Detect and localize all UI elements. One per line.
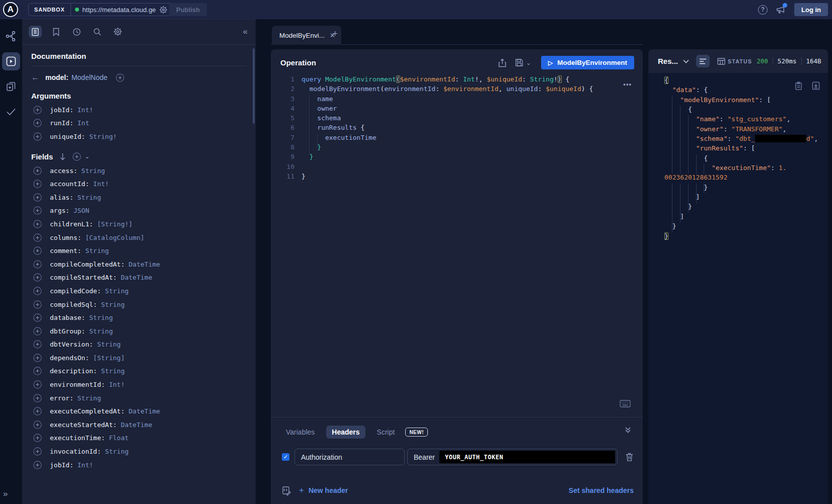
save-options-chevron-icon[interactable]: ⌄ bbox=[526, 59, 531, 66]
add-to-query-icon[interactable] bbox=[33, 246, 42, 255]
field-type-link[interactable]: JSON bbox=[69, 207, 89, 214]
field-type-link[interactable]: String bbox=[85, 314, 113, 321]
field-type-link[interactable]: String bbox=[85, 327, 113, 335]
field-type-link[interactable]: String bbox=[97, 367, 125, 375]
doc-argument-row[interactable]: jobId: Int! bbox=[31, 103, 247, 117]
field-type-link[interactable]: String bbox=[93, 341, 121, 348]
field-type-link[interactable]: Int! bbox=[89, 180, 109, 188]
doc-field-row[interactable]: database: String bbox=[31, 311, 247, 324]
search-icon[interactable] bbox=[91, 26, 104, 38]
field-type-link[interactable]: Float bbox=[105, 434, 129, 442]
raw-view-toggle-icon[interactable] bbox=[696, 55, 710, 67]
add-to-query-icon[interactable] bbox=[33, 407, 42, 415]
doc-field-row[interactable]: dbtVersion: String bbox=[31, 338, 247, 352]
endpoint-settings-gear-icon[interactable] bbox=[159, 6, 168, 14]
doc-field-row[interactable]: childrenL1: [String!] bbox=[31, 217, 247, 231]
doc-field-row[interactable]: executionTime: Float bbox=[31, 432, 247, 445]
add-to-query-icon[interactable] bbox=[33, 447, 42, 456]
keyboard-shortcuts-icon[interactable] bbox=[620, 400, 631, 407]
field-name[interactable]: error: bbox=[50, 394, 73, 402]
field-name[interactable]: comment: bbox=[50, 247, 82, 255]
add-to-query-icon[interactable] bbox=[33, 132, 42, 141]
schema-graph-icon[interactable] bbox=[2, 27, 20, 45]
code-line[interactable]: 6 runResults { bbox=[271, 124, 643, 133]
login-button[interactable]: Log in bbox=[794, 3, 828, 16]
field-name[interactable]: jobId: bbox=[50, 106, 73, 114]
add-to-query-icon[interactable] bbox=[33, 260, 42, 269]
field-name[interactable]: invocationId: bbox=[50, 448, 101, 455]
field-type-link[interactable]: String bbox=[78, 167, 105, 175]
add-fields-chevron-icon[interactable]: ⌄ bbox=[85, 153, 90, 160]
collapse-section-icon[interactable] bbox=[624, 427, 632, 434]
share-operation-icon[interactable] bbox=[498, 58, 506, 67]
field-type-link[interactable]: [String] bbox=[89, 354, 124, 362]
tab-variables[interactable]: Variables bbox=[280, 426, 320, 439]
field-type-link[interactable]: String! bbox=[85, 133, 117, 140]
add-to-query-icon[interactable] bbox=[33, 421, 42, 429]
field-name[interactable]: jobId: bbox=[50, 461, 73, 469]
field-type-link[interactable]: String bbox=[73, 394, 101, 402]
field-name[interactable]: dependsOn: bbox=[50, 354, 89, 362]
doc-field-row[interactable]: comment: String bbox=[31, 244, 247, 258]
field-type-link[interactable]: DateTime bbox=[117, 421, 152, 429]
explorer-icon[interactable] bbox=[2, 52, 20, 70]
add-to-query-icon[interactable] bbox=[33, 300, 42, 309]
field-type-link[interactable]: String bbox=[82, 247, 109, 255]
add-fields-icon[interactable] bbox=[72, 152, 81, 161]
breadcrumb-type-link[interactable]: ModelNode bbox=[71, 73, 108, 81]
field-type-link[interactable]: String bbox=[73, 194, 101, 201]
field-type-link[interactable]: Int bbox=[73, 119, 89, 127]
field-name[interactable]: uniqueId: bbox=[50, 133, 85, 140]
tab-headers[interactable]: Headers bbox=[326, 426, 365, 439]
field-name[interactable]: args: bbox=[50, 207, 69, 214]
add-to-query-icon[interactable] bbox=[33, 206, 42, 215]
add-to-query-icon[interactable] bbox=[33, 434, 42, 442]
header-value-input[interactable]: Bearer YOUR_AUTH_TOKEN bbox=[407, 449, 618, 465]
field-name[interactable]: executeCompletedAt: bbox=[50, 407, 125, 415]
run-operation-button[interactable]: ▷ ModelByEnvironment bbox=[541, 56, 634, 69]
code-line[interactable]: 7 executionTime bbox=[271, 134, 643, 143]
field-type-link[interactable]: Int! bbox=[105, 381, 125, 388]
history-icon[interactable] bbox=[70, 26, 83, 38]
field-name[interactable]: access: bbox=[50, 167, 78, 175]
doc-field-row[interactable]: access: String bbox=[31, 164, 247, 178]
doc-scrollbar[interactable] bbox=[253, 48, 255, 124]
announcements-megaphone-icon[interactable] bbox=[776, 5, 786, 15]
endpoint-url-box[interactable]: https://metadata.cloud.get bbox=[71, 6, 172, 14]
code-line[interactable]: 1query ModelByEnvironment($environmentId… bbox=[271, 75, 643, 85]
doc-field-row[interactable]: compileCompletedAt: DateTime bbox=[31, 258, 247, 271]
field-name[interactable]: compileCompletedAt: bbox=[50, 261, 125, 268]
add-to-query-icon[interactable] bbox=[33, 220, 42, 228]
field-name[interactable]: childrenL1: bbox=[50, 220, 93, 228]
code-line[interactable]: 8 } bbox=[271, 143, 643, 153]
doc-field-row[interactable]: args: JSON bbox=[31, 204, 247, 218]
field-name[interactable]: columns: bbox=[50, 234, 82, 241]
download-response-icon[interactable] bbox=[812, 81, 820, 91]
code-line[interactable]: 11} bbox=[271, 173, 643, 182]
add-to-query-icon[interactable] bbox=[33, 394, 42, 402]
code-line[interactable]: 5 schema bbox=[271, 114, 643, 124]
response-title-dropdown[interactable]: Res... bbox=[658, 57, 689, 65]
doc-field-row[interactable]: executeStartedAt: DateTime bbox=[31, 418, 247, 432]
environment-variables-icon[interactable] bbox=[282, 486, 291, 495]
sandbox-badge[interactable]: SANDBOX bbox=[29, 4, 71, 16]
code-line[interactable]: 3 name bbox=[271, 95, 643, 105]
endpoint-url[interactable]: https://metadata.cloud.get bbox=[83, 6, 156, 14]
field-name[interactable]: executeStartedAt: bbox=[50, 421, 117, 429]
doc-field-row[interactable]: dbtGroup: String bbox=[31, 324, 247, 338]
doc-argument-row[interactable]: uniqueId: String! bbox=[31, 130, 247, 143]
doc-field-row[interactable]: columns: [CatalogColumn] bbox=[31, 231, 247, 244]
doc-field-row[interactable]: compiledCode: String bbox=[31, 284, 247, 298]
add-to-query-icon[interactable] bbox=[33, 119, 42, 127]
set-shared-headers-link[interactable]: Set shared headers bbox=[569, 486, 634, 494]
add-to-query-icon[interactable] bbox=[33, 367, 42, 375]
doc-field-row[interactable]: executeCompletedAt: DateTime bbox=[31, 404, 247, 418]
add-to-query-icon[interactable] bbox=[33, 273, 42, 282]
help-icon[interactable]: ? bbox=[758, 5, 768, 15]
add-to-query-icon[interactable] bbox=[33, 193, 42, 202]
field-type-link[interactable]: String bbox=[97, 301, 125, 308]
add-to-query-icon[interactable] bbox=[33, 354, 42, 362]
doc-field-row[interactable]: description: String bbox=[31, 365, 247, 378]
doc-field-row[interactable]: jobId: Int! bbox=[31, 458, 247, 472]
field-name[interactable]: description: bbox=[50, 367, 97, 375]
